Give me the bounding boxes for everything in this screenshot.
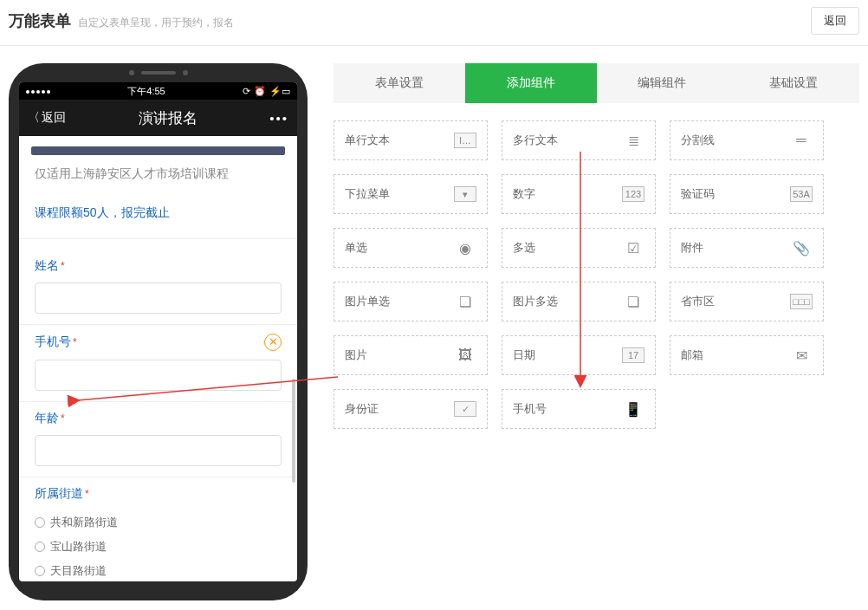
component-card[interactable]: 下拉菜单▾ [334,174,488,214]
component-label: 多选 [513,240,535,256]
component-label: 邮箱 [681,347,703,363]
nav-back-button[interactable]: 〈 返回 [28,110,66,126]
form-description: 仅适用上海静安区人才市场培训课程 [19,162,297,198]
radio-label: 宝山路街道 [50,539,107,555]
page-title: 万能表单 [9,10,71,31]
component-label: 图片单选 [345,294,390,309]
phone-mockup: 下午4:55 ⟳ ⏰ ⚡▭ 〈 返回 演讲报名 ••• 仅适用上海静安区人才市场… [9,63,308,600]
component-label: 下拉菜单 [345,186,390,202]
component-label: 单选 [345,240,367,256]
phone-statusbar: 下午4:55 ⟳ ⏰ ⚡▭ [19,82,297,100]
component-card[interactable]: 多行文本≣ [502,120,656,160]
radio-option[interactable]: 天目路街道 [35,559,282,581]
tab-form-settings[interactable]: 表单设置 [334,63,465,103]
radio-option[interactable]: 共和新路街道 [35,510,282,535]
alarm-icon: ⏰ [254,86,266,97]
component-palette: 单行文本I…多行文本≣分割线═下拉菜单▾数字123验证码53A单选◉多选☑附件📎… [334,103,859,429]
field-phone[interactable]: 手机号* ✕ [19,325,297,402]
component-label: 图片多选 [513,294,558,309]
component-icon: ═ [790,133,813,148]
component-icon: ≣ [622,133,645,148]
component-label: 身份证 [345,401,379,417]
component-card[interactable]: 附件📎 [670,228,824,268]
component-card[interactable]: 验证码53A [670,174,824,214]
field-street-label: 所属街道 [35,486,83,502]
component-icon: ✉ [790,347,813,363]
component-card[interactable]: 分割线═ [670,120,824,160]
phone-input[interactable] [35,360,282,391]
component-card[interactable]: 身份证✓ [334,389,488,429]
page-subtitle: 自定义表单呈现，用于预约，报名 [78,16,234,30]
component-icon: □□□ [790,294,813,309]
component-label: 省市区 [681,294,715,309]
nav-back-label: 返回 [42,110,66,126]
tab-edit-component[interactable]: 编辑组件 [597,63,729,103]
age-input[interactable] [35,435,282,466]
component-card[interactable]: 省市区□□□ [670,282,824,321]
component-icon: ◉ [454,240,476,256]
component-icon: ✓ [454,401,476,417]
field-street[interactable]: 所属街道* 共和新路街道 宝山路街道 天目路街道 [19,477,297,581]
component-label: 日期 [513,347,535,363]
status-time: 下午4:55 [127,85,165,98]
component-card[interactable]: 单选◉ [334,228,488,268]
form-preview: 仅适用上海静安区人才市场培训课程 课程限额50人，报完截止 姓名* 手机号* ✕ [19,136,297,581]
radio-label: 共和新路街道 [50,515,118,530]
component-label: 附件 [681,240,703,256]
component-icon: 123 [622,186,645,202]
form-quota-note: 课程限额50人，报完截止 [19,198,297,239]
nav-more-icon[interactable]: ••• [269,111,288,126]
field-name[interactable]: 姓名* [19,250,297,325]
component-card[interactable]: 多选☑ [502,228,656,268]
component-label: 多行文本 [513,133,558,148]
radio-label: 天目路街道 [50,563,107,579]
component-label: 数字 [513,186,535,202]
battery-icon: ⚡▭ [269,86,290,97]
builder-tabs: 表单设置 添加组件 编辑组件 基础设置 [334,63,859,103]
component-card[interactable]: 日期17 [502,335,656,375]
component-card[interactable]: 数字123 [502,174,656,214]
component-icon: ❏ [622,294,645,309]
back-button[interactable]: 返回 [811,7,859,35]
component-card[interactable]: 图片🖼 [334,335,488,375]
component-card[interactable]: 手机号📱 [502,389,656,429]
component-card[interactable]: 邮箱✉ [670,335,824,375]
component-icon: 53A [790,186,813,202]
field-age[interactable]: 年龄* [19,402,297,477]
nav-title: 演讲报名 [139,108,198,128]
name-input[interactable] [35,282,282,314]
component-icon: 📱 [622,401,645,417]
close-icon[interactable]: ✕ [264,334,282,351]
component-icon: ❏ [454,294,476,309]
tab-base-settings[interactable]: 基础设置 [728,63,859,103]
phone-navbar: 〈 返回 演讲报名 ••• [19,100,297,136]
component-card[interactable]: 图片单选❏ [334,282,488,321]
radio-option[interactable]: 宝山路街道 [35,535,282,559]
component-icon: 📎 [790,240,813,256]
component-label: 分割线 [681,133,715,148]
component-label: 图片 [345,347,367,363]
component-label: 验证码 [681,186,715,202]
component-card[interactable]: 图片多选❏ [502,282,656,321]
scrollbar[interactable] [292,379,295,483]
component-icon: ☑ [622,240,645,256]
field-age-label: 年龄 [35,411,59,426]
field-name-label: 姓名 [35,258,59,274]
component-icon: 🖼 [454,347,476,363]
component-card[interactable]: 单行文本I… [334,120,488,160]
component-icon: ▾ [454,186,476,202]
component-icon: I… [454,133,476,148]
refresh-icon: ⟳ [243,86,250,97]
form-banner [31,146,285,155]
component-label: 手机号 [513,401,547,417]
field-phone-label: 手机号 [35,334,71,350]
component-label: 单行文本 [345,133,390,148]
component-icon: 17 [622,347,645,363]
chevron-left-icon: 〈 [28,110,40,126]
tab-add-component[interactable]: 添加组件 [465,63,597,103]
